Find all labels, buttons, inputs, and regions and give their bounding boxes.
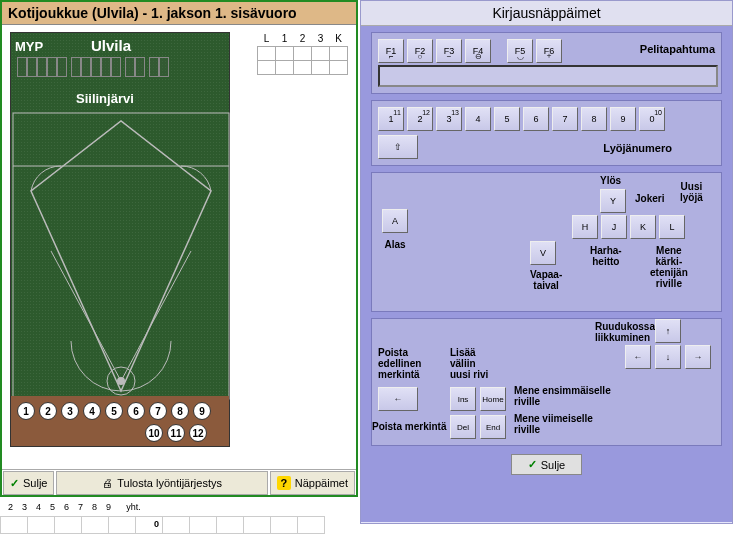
question-icon: ? (277, 476, 291, 490)
h-key[interactable]: H (572, 215, 598, 239)
home-key[interactable]: Home (480, 387, 506, 411)
num-1-key[interactable]: 111 (378, 107, 404, 131)
field-diagram (11, 111, 231, 401)
num-2-key[interactable]: 212 (407, 107, 433, 131)
alas-label: Alas (382, 239, 408, 250)
a-key[interactable]: A (382, 209, 408, 233)
num-9-key[interactable]: 9 (610, 107, 636, 131)
letter-keys-section: A Alas Ylös Y Jokeri Uusi lyöjä H J K L … (371, 172, 722, 312)
player-num[interactable]: 8 (171, 402, 189, 420)
del-key[interactable]: Del (450, 415, 476, 439)
num-4-key[interactable]: 4 (465, 107, 491, 131)
j-key[interactable]: J (601, 215, 627, 239)
poista-merkinta-label: Poista merkintä (372, 421, 446, 432)
num-8-key[interactable]: 8 (581, 107, 607, 131)
home-team-label: Ulvila (91, 37, 131, 54)
keypad-panel: Kirjausnäppäimet F1⌐ F2○ F3− F4⊖ F5◡ F6＋… (360, 0, 733, 524)
player-num[interactable]: 5 (105, 402, 123, 420)
score-grid: L123K (257, 32, 348, 75)
navigation-section: Ruudukossa liikkuminen ↑ ← ↓ → Poista ed… (371, 318, 722, 446)
check-icon: ✓ (10, 477, 19, 490)
f1-key[interactable]: F1⌐ (378, 39, 404, 63)
close-button[interactable]: ✓Sulje (3, 471, 54, 495)
mene-viim-label: Mene viimeiselle riville (514, 413, 593, 435)
player-num[interactable]: 10 (145, 424, 163, 442)
player-num[interactable]: 7 (149, 402, 167, 420)
numkey-section: 111 212 313 4 5 6 7 8 9 010 ⇧ Lyöjänumer… (371, 100, 722, 166)
backspace-key[interactable]: ← (378, 387, 418, 411)
keypad-panel-title: Kirjausnäppäimet (361, 1, 732, 26)
jokeri-label: Jokeri (635, 193, 664, 204)
keys-button[interactable]: ?Näppäimet (270, 471, 355, 495)
ins-key[interactable]: Ins (450, 387, 476, 411)
lyojanumero-label: Lyöjänumero (603, 142, 672, 154)
event-input[interactable] (378, 65, 718, 87)
player-num[interactable]: 12 (189, 424, 207, 442)
ylos-label: Ylös (600, 175, 621, 186)
field-panel-title: Kotijoukkue (Ulvila) - 1. jakson 1. sisä… (2, 2, 356, 25)
k-key[interactable]: K (630, 215, 656, 239)
bottom-ruler: 23456789 yht. 0 (0, 500, 360, 544)
myp-label: MYP (15, 39, 43, 54)
scorebox-row (17, 57, 169, 77)
f4-key[interactable]: F4⊖ (465, 39, 491, 63)
v-key[interactable]: V (530, 241, 556, 265)
printer-icon: 🖨 (102, 477, 113, 489)
svg-rect-0 (13, 113, 229, 399)
away-team-label: Siilinjärvi (76, 91, 134, 106)
end-key[interactable]: End (480, 415, 506, 439)
fkey-section: F1⌐ F2○ F3− F4⊖ F5◡ F6＋ Pelitapahtuma (371, 32, 722, 94)
player-num[interactable]: 3 (61, 402, 79, 420)
uusi-lyoja-label: Uusi lyöjä (680, 181, 703, 203)
player-num[interactable]: 2 (39, 402, 57, 420)
shift-key[interactable]: ⇧ (378, 135, 418, 159)
f5-key[interactable]: F5◡ (507, 39, 533, 63)
f2-key[interactable]: F2○ (407, 39, 433, 63)
check-icon: ✓ (528, 458, 537, 471)
lisaa-valiin-label: Lisää väliin uusi rivi (450, 347, 488, 380)
num-5-key[interactable]: 5 (494, 107, 520, 131)
player-num[interactable]: 9 (193, 402, 211, 420)
player-num[interactable]: 4 (83, 402, 101, 420)
player-numbers-row1: 1 2 3 4 5 6 7 8 9 (17, 402, 211, 420)
svg-line-4 (121, 251, 191, 381)
arrow-right-key[interactable]: → (685, 345, 711, 369)
f3-key[interactable]: F3− (436, 39, 462, 63)
poista-edellinen-label: Poista edellinen merkintä (378, 347, 421, 380)
num-0-key[interactable]: 010 (639, 107, 665, 131)
num-6-key[interactable]: 6 (523, 107, 549, 131)
l-key[interactable]: L (659, 215, 685, 239)
num-3-key[interactable]: 313 (436, 107, 462, 131)
harhaheitto-label: Harha- heitto (590, 245, 622, 267)
arrow-down-key[interactable]: ↓ (655, 345, 681, 369)
player-numbers-row2: 10 11 12 (145, 424, 207, 442)
close-keypad-button[interactable]: ✓ Sulje (511, 454, 582, 475)
player-num[interactable]: 6 (127, 402, 145, 420)
f6-key[interactable]: F6＋ (536, 39, 562, 63)
arrow-left-key[interactable]: ← (625, 345, 651, 369)
field-panel: Kotijoukkue (Ulvila) - 1. jakson 1. sisä… (0, 0, 358, 497)
vapaataival-label: Vapaa- taival (530, 269, 562, 291)
svg-line-3 (51, 251, 121, 381)
mene-karki-label: Mene kärki- etenijän riville (650, 245, 688, 289)
mene-ensi-label: Mene ensimmäiselle riville (514, 385, 611, 407)
field-panel-buttons: ✓Sulje 🖨Tulosta lyöntijärjestys ?Näppäim… (2, 469, 356, 495)
playing-field: MYP Ulvila Siilinjärvi (10, 32, 230, 447)
player-num[interactable]: 11 (167, 424, 185, 442)
num-7-key[interactable]: 7 (552, 107, 578, 131)
player-num[interactable]: 1 (17, 402, 35, 420)
print-order-button[interactable]: 🖨Tulosta lyöntijärjestys (56, 471, 267, 495)
y-key[interactable]: Y (600, 189, 626, 213)
arrow-up-key[interactable]: ↑ (655, 319, 681, 343)
pelitapahtuma-label: Pelitapahtuma (640, 43, 715, 55)
